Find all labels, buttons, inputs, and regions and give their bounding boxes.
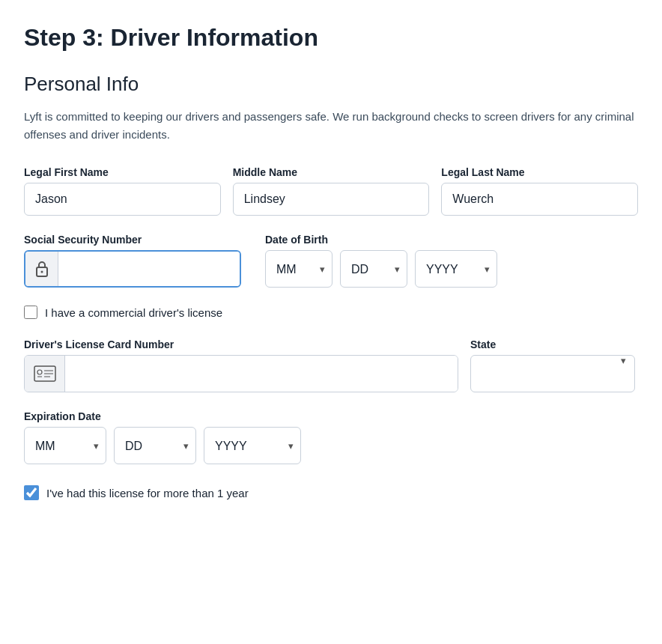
expiry-year-select[interactable]: YYYY 2024202520262027 202820292030 bbox=[204, 427, 301, 464]
id-card-icon bbox=[25, 356, 65, 392]
dob-day-select[interactable]: DD 0102030405 0607080910 1112131415 1617… bbox=[340, 250, 407, 288]
license-input-wrapper bbox=[24, 355, 458, 392]
last-name-field: Legal Last Name bbox=[441, 166, 638, 216]
last-name-label: Legal Last Name bbox=[441, 166, 638, 178]
dob-selects: MM 01020304 05060708 09101112 ▾ DD 01020… bbox=[265, 250, 497, 288]
expiry-month-wrapper: MM 01020304 05060708 09101112 ▾ bbox=[24, 427, 106, 464]
last-name-input[interactable] bbox=[441, 183, 638, 216]
dob-day-wrapper: DD 0102030405 0607080910 1112131415 1617… bbox=[340, 250, 407, 288]
license-number-field: Driver's License Card Number bbox=[24, 338, 458, 392]
license-state-group: Driver's License Card Number State ALAKA… bbox=[24, 338, 638, 392]
state-field: State ALAKAZAR CACOCTDE FLGAHIID ILINIAK… bbox=[470, 338, 635, 392]
ssn-label: Social Security Number bbox=[24, 234, 241, 246]
expiry-label: Expiration Date bbox=[24, 410, 638, 422]
commercial-license-label[interactable]: I have a commercial driver's license bbox=[45, 306, 222, 319]
expiry-selects: MM 01020304 05060708 09101112 ▾ DD 01020… bbox=[24, 427, 638, 464]
first-name-label: Legal First Name bbox=[24, 166, 221, 178]
dob-month-wrapper: MM 01020304 05060708 09101112 ▾ bbox=[265, 250, 332, 288]
expiry-year-wrapper: YYYY 2024202520262027 202820292030 ▾ bbox=[204, 427, 301, 464]
first-name-input[interactable] bbox=[24, 183, 221, 216]
license-number-label: Driver's License Card Number bbox=[24, 338, 458, 350]
commercial-license-checkbox[interactable] bbox=[24, 306, 37, 319]
license-year-label[interactable]: I've had this license for more than 1 ye… bbox=[46, 487, 249, 499]
middle-name-input[interactable] bbox=[233, 183, 430, 216]
expiry-group: Expiration Date MM 01020304 05060708 091… bbox=[24, 410, 638, 464]
ssn-input-wrapper bbox=[24, 250, 241, 288]
dob-label: Date of Birth bbox=[265, 234, 497, 246]
dob-year-wrapper: YYYY 1940195019601970 1980198519901995 2… bbox=[415, 250, 497, 288]
ssn-field: Social Security Number bbox=[24, 234, 241, 288]
dob-month-select[interactable]: MM 01020304 05060708 09101112 bbox=[265, 250, 332, 288]
svg-point-3 bbox=[37, 370, 42, 374]
expiry-day-select[interactable]: DD 0102030405 0607080910 1112131415 1617… bbox=[114, 427, 196, 464]
middle-name-label: Middle Name bbox=[233, 166, 430, 178]
state-label: State bbox=[470, 338, 635, 350]
section-title: Personal Info bbox=[24, 73, 638, 96]
first-name-field: Legal First Name bbox=[24, 166, 221, 216]
state-select[interactable]: ALAKAZAR CACOCTDE FLGAHIID ILINIAKS KYLA… bbox=[470, 355, 635, 392]
description-text: Lyft is committed to keeping our drivers… bbox=[24, 108, 638, 144]
svg-point-1 bbox=[40, 271, 43, 273]
expiry-month-select[interactable]: MM 01020304 05060708 09101112 bbox=[24, 427, 106, 464]
ssn-input[interactable] bbox=[58, 252, 240, 286]
lock-icon bbox=[25, 252, 58, 286]
license-number-input[interactable] bbox=[65, 356, 458, 392]
license-year-row: I've had this license for more than 1 ye… bbox=[24, 485, 638, 500]
dob-year-select[interactable]: YYYY 1940195019601970 1980198519901995 2… bbox=[415, 250, 497, 288]
name-fields-group: Legal First Name Middle Name Legal Last … bbox=[24, 166, 638, 216]
page-title: Step 3: Driver Information bbox=[24, 24, 638, 52]
state-select-wrapper: ALAKAZAR CACOCTDE FLGAHIID ILINIAKS KYLA… bbox=[470, 355, 635, 392]
ssn-dob-group: Social Security Number Date of Birth MM … bbox=[24, 234, 638, 288]
commercial-license-row: I have a commercial driver's license bbox=[24, 306, 638, 319]
middle-name-field: Middle Name bbox=[233, 166, 430, 216]
dob-field: Date of Birth MM 01020304 05060708 09101… bbox=[265, 234, 497, 288]
license-year-checkbox[interactable] bbox=[24, 485, 39, 500]
expiry-day-wrapper: DD 0102030405 0607080910 1112131415 1617… bbox=[114, 427, 196, 464]
